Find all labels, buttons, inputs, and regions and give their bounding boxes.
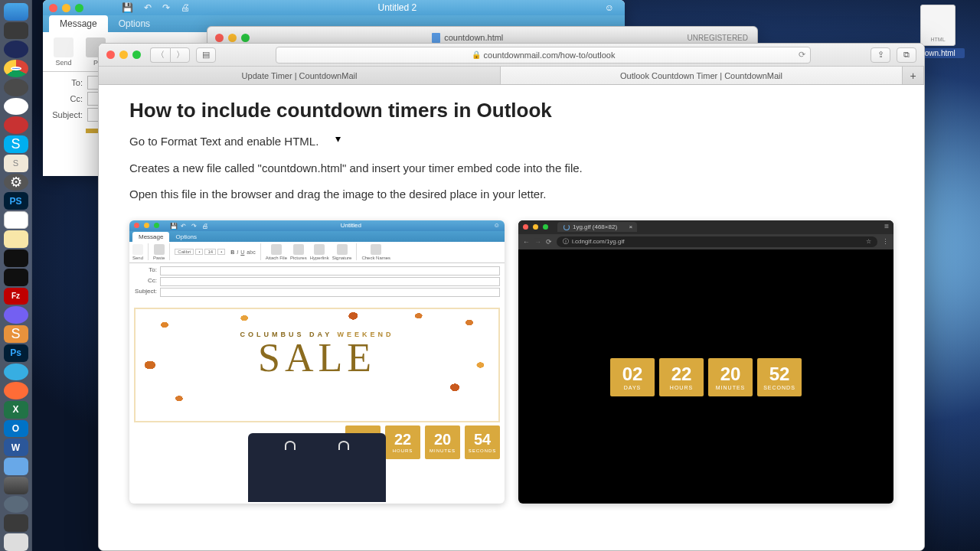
hamburger-icon: ≡ [884, 222, 889, 230]
chrome-address-bar: ⓘ i.cdngif.com/1yg.gif ☆ [557, 236, 877, 247]
dock-hotspot-icon[interactable] [4, 79, 28, 96]
example-screenshots-row: 💾↶↷🖨 Untitled ☺ Message Options Send Pas… [129, 220, 893, 504]
share-button[interactable]: ⇪ [871, 47, 890, 63]
dock-chrome-icon[interactable] [4, 60, 28, 77]
dock-app-icon[interactable] [4, 22, 28, 40]
back-button[interactable]: 〈 [150, 47, 170, 63]
example-outlook-screenshot: 💾↶↷🖨 Untitled ☺ Message Options Send Pas… [129, 220, 505, 504]
zoom-icon[interactable] [75, 4, 83, 12]
shopping-bag-graphic [248, 433, 386, 502]
editor-title: countdown.html [257, 33, 678, 43]
close-icon[interactable] [215, 34, 224, 42]
url-text: countdownmail.com/how-to/outlook [484, 51, 616, 60]
smile-icon[interactable]: ☺ [605, 2, 614, 13]
dock-notes-icon[interactable] [4, 230, 28, 248]
countdown-timer: 02DAYS 22HOURS 20MINUTES 52SECONDS [610, 358, 802, 396]
macos-dock: S S ⚙ PS Fz S Ps X O W [0, 0, 32, 551]
browser-tab[interactable]: Update Timer | CountdownMail [99, 67, 501, 84]
address-bar[interactable]: 🔒 countdownmail.com/how-to/outlook ⟳ [276, 47, 811, 64]
outlook-traffic-lights[interactable] [49, 4, 83, 12]
dock-viber-icon[interactable] [4, 306, 28, 324]
browser-tab[interactable]: Outlook Countdown Timer | CountdownMail [501, 67, 903, 84]
dock-settings-icon[interactable]: ⚙ [4, 174, 28, 191]
dock-sublime2-icon[interactable]: S [4, 325, 28, 343]
dock-opera-icon[interactable] [4, 116, 28, 134]
zoom-icon[interactable] [132, 51, 141, 59]
dock-keyboard-icon[interactable] [4, 533, 28, 551]
tabs-button[interactable]: ⧉ [897, 47, 916, 63]
dock-telegram-icon[interactable] [4, 364, 28, 381]
new-tab-button[interactable]: + [903, 67, 924, 84]
dock-calendar-icon[interactable] [4, 211, 28, 229]
editor-status: UNREGISTERED [678, 34, 757, 42]
chrome-tab: 1yg.gif (468×82) × [557, 222, 637, 232]
dock-terminal2-icon[interactable] [4, 269, 28, 286]
sale-banner: COLUMBUS DAY WEEKEND SALE [134, 308, 500, 422]
back-icon: ← [523, 238, 530, 246]
page-content[interactable]: How to include countdown timers in Outlo… [99, 85, 924, 550]
dock-terminal-icon[interactable] [4, 249, 28, 267]
dock-postman-icon[interactable] [4, 382, 28, 399]
star-icon: ☆ [866, 238, 871, 245]
menu-icon: ⋮ [882, 238, 889, 246]
outlook-titlebar[interactable]: 💾 ↶ ↷ 🖨 Untitled 2 ☺ [43, 0, 625, 15]
dock-outlook-icon[interactable]: O [4, 420, 28, 438]
cc-label: Cc: [49, 94, 87, 103]
undo-icon[interactable]: ↶ [144, 2, 152, 13]
dock-firefox-icon[interactable] [4, 41, 28, 58]
dock-phpstorm-icon[interactable]: PS [4, 192, 28, 210]
minimize-icon[interactable] [119, 51, 128, 59]
dock-sublime-icon[interactable]: S [4, 155, 28, 172]
dock-quicktime-icon[interactable] [4, 496, 28, 514]
dock-filezilla-icon[interactable]: Fz [4, 288, 28, 305]
close-tab-icon: × [629, 223, 632, 230]
close-icon[interactable] [49, 4, 57, 12]
outlook-window-title: Untitled 2 [190, 2, 605, 13]
tab-options[interactable]: Options [108, 15, 161, 32]
dock-preview-icon[interactable] [4, 458, 28, 475]
article-paragraph: Creates a new file called "countdown.htm… [129, 160, 893, 178]
safari-toolbar: 〈 〉 ▤ 🔒 countdownmail.com/how-to/outlook… [99, 44, 924, 67]
sidebar-button[interactable]: ▤ [196, 47, 216, 63]
html-file-icon [920, 5, 956, 46]
dock-utility-icon[interactable] [4, 477, 28, 494]
paste-button: Paste [153, 244, 165, 260]
safari-tabbar: Update Timer | CountdownMail Outlook Cou… [99, 67, 924, 85]
info-icon: ⓘ [563, 237, 569, 246]
lock-icon: 🔒 [472, 51, 481, 59]
tab-message[interactable]: Message [49, 15, 108, 32]
dock-photoshop-icon[interactable]: Ps [4, 344, 28, 362]
to-label: To: [49, 78, 87, 87]
attach-button: Attach File [266, 244, 287, 260]
minimize-icon[interactable] [62, 4, 70, 12]
dock-finder-icon[interactable] [4, 3, 28, 21]
forward-button[interactable]: 〉 [170, 47, 190, 63]
dock-word-icon[interactable]: W [4, 439, 28, 456]
reload-icon[interactable]: ⟳ [799, 50, 805, 60]
dock-excel-icon[interactable]: X [4, 401, 28, 419]
reload-icon: ⟳ [546, 238, 552, 246]
article-paragraph: Go to Format Text and enable HTML. [129, 133, 893, 151]
zoom-icon[interactable] [241, 34, 250, 42]
redo-icon[interactable]: ↷ [162, 2, 170, 13]
example-window-title: Untitled [208, 222, 494, 229]
safari-window: 〈 〉 ▤ 🔒 countdownmail.com/how-to/outlook… [98, 43, 925, 551]
dock-imovie-icon[interactable] [4, 514, 28, 532]
dock-skype-icon[interactable]: S [4, 135, 28, 153]
send-button[interactable]: Send [51, 36, 77, 68]
print-icon[interactable]: 🖨 [181, 2, 190, 13]
signature-button: Signature [332, 244, 352, 260]
minimize-icon[interactable] [228, 34, 237, 42]
sale-word: SALE [136, 335, 498, 380]
hyperlink-button: Hyperlink [310, 244, 329, 260]
close-icon[interactable] [106, 51, 115, 59]
forward-icon: → [534, 238, 541, 246]
pictures-button: Pictures [290, 244, 307, 260]
nav-buttons: 〈 〉 [150, 47, 190, 63]
save-icon[interactable]: 💾 [122, 2, 133, 13]
article-title: How to include countdown timers in Outlo… [129, 99, 893, 122]
dock-safari-icon[interactable] [4, 98, 28, 116]
quick-access-toolbar: 💾 ↶ ↷ 🖨 [122, 2, 190, 13]
send-button: Send [132, 244, 143, 260]
subject-label: Subject: [49, 110, 87, 119]
